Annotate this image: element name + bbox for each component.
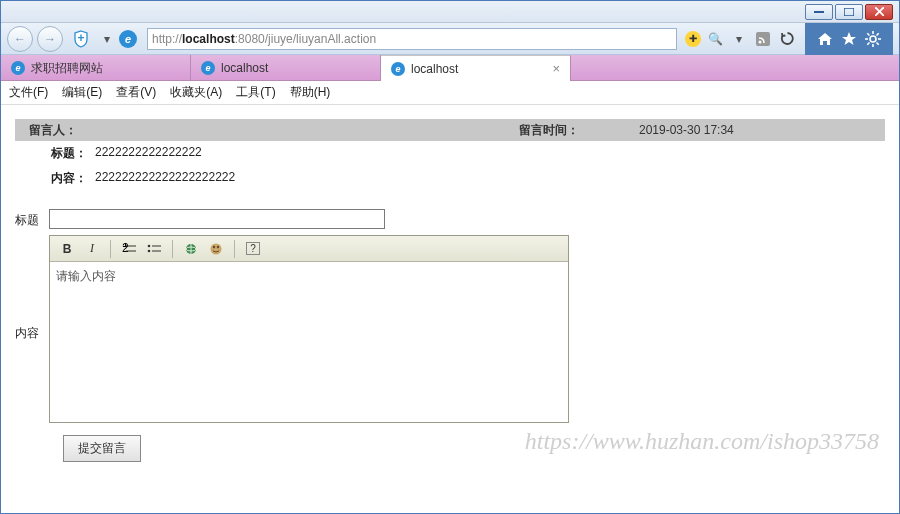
tab-0[interactable]: e求职招聘网站 bbox=[1, 55, 191, 81]
separator bbox=[110, 240, 111, 258]
address-bar[interactable]: http://localhost:8080/jiuye/liuyanAll.ac… bbox=[147, 28, 677, 50]
svg-point-6 bbox=[759, 40, 762, 43]
favorites-icon[interactable] bbox=[839, 29, 859, 49]
content-value: 222222222222222222222 bbox=[95, 170, 235, 187]
notification-icon[interactable]: ✚ bbox=[685, 31, 701, 47]
ie-favicon-icon: e bbox=[201, 61, 215, 75]
submit-button[interactable]: 提交留言 bbox=[63, 435, 141, 462]
ordered-list-button[interactable]: 12 bbox=[118, 239, 140, 259]
svg-point-29 bbox=[217, 245, 219, 247]
svg-point-21 bbox=[148, 249, 151, 252]
forward-button[interactable]: → bbox=[37, 26, 63, 52]
search-dropdown[interactable]: ▾ bbox=[729, 29, 749, 49]
menu-file[interactable]: 文件(F) bbox=[9, 84, 48, 101]
form-content-row: 内容 B I 12 ? 请输入内容 bbox=[15, 235, 885, 423]
feeds-icon[interactable] bbox=[753, 29, 773, 49]
title-row: 标题： 2222222222222222 bbox=[15, 141, 885, 166]
svg-line-14 bbox=[877, 33, 879, 35]
content-label: 内容： bbox=[15, 170, 95, 187]
page-content: 留言人： 留言时间： 2019-03-30 17:34 标题： 22222222… bbox=[1, 105, 899, 462]
ie-favicon-icon: e bbox=[391, 62, 405, 76]
url-prefix: http:// bbox=[152, 32, 182, 46]
author-label: 留言人： bbox=[15, 122, 505, 139]
window-titlebar bbox=[1, 1, 899, 23]
home-icon[interactable] bbox=[815, 29, 835, 49]
menu-tools[interactable]: 工具(T) bbox=[236, 84, 275, 101]
editor-body[interactable]: 请输入内容 bbox=[50, 262, 568, 422]
svg-point-20 bbox=[148, 244, 151, 247]
dropdown-toggle[interactable]: ▾ bbox=[97, 29, 117, 49]
menu-edit[interactable]: 编辑(E) bbox=[62, 84, 102, 101]
menu-favorites[interactable]: 收藏夹(A) bbox=[170, 84, 222, 101]
svg-point-27 bbox=[211, 243, 222, 254]
svg-line-13 bbox=[877, 42, 879, 44]
menu-view[interactable]: 查看(V) bbox=[116, 84, 156, 101]
title-value: 2222222222222222 bbox=[95, 145, 202, 162]
svg-line-15 bbox=[867, 42, 869, 44]
close-tab-icon[interactable]: × bbox=[552, 61, 560, 76]
browser-toolbar: ← → + ▾ e http://localhost:8080/jiuye/li… bbox=[1, 23, 899, 55]
back-button[interactable]: ← bbox=[7, 26, 33, 52]
settings-icon[interactable] bbox=[863, 29, 883, 49]
tab-label: 求职招聘网站 bbox=[31, 60, 103, 77]
time-label: 留言时间： bbox=[505, 122, 625, 139]
svg-point-28 bbox=[213, 245, 215, 247]
svg-text:+: + bbox=[77, 31, 84, 45]
italic-button[interactable]: I bbox=[81, 239, 103, 259]
search-icon[interactable]: 🔍 bbox=[705, 29, 725, 49]
form-title-row: 标题 bbox=[15, 209, 885, 229]
ie-logo-icon: e bbox=[119, 30, 137, 48]
editor-toolbar: B I 12 ? bbox=[50, 236, 568, 262]
message-header-row: 留言人： 留言时间： 2019-03-30 17:34 bbox=[15, 119, 885, 141]
svg-rect-0 bbox=[814, 11, 824, 13]
chrome-buttons bbox=[805, 23, 893, 55]
tab-2-active[interactable]: elocalhost× bbox=[381, 55, 571, 81]
title-input[interactable] bbox=[49, 209, 385, 229]
svg-point-7 bbox=[870, 36, 876, 42]
ie-favicon-icon: e bbox=[11, 61, 25, 75]
svg-rect-1 bbox=[844, 8, 854, 16]
unordered-list-button[interactable] bbox=[143, 239, 165, 259]
link-button[interactable] bbox=[180, 239, 202, 259]
form-title-label: 标题 bbox=[15, 209, 49, 229]
rich-editor: B I 12 ? 请输入内容 bbox=[49, 235, 569, 423]
form-content-label: 内容 bbox=[15, 235, 49, 342]
svg-text:2: 2 bbox=[122, 243, 129, 255]
minimize-button[interactable] bbox=[805, 4, 833, 20]
title-label: 标题： bbox=[15, 145, 95, 162]
tab-bar: e求职招聘网站 elocalhost elocalhost× bbox=[1, 55, 899, 81]
time-value: 2019-03-30 17:34 bbox=[625, 123, 748, 137]
close-button[interactable] bbox=[865, 4, 893, 20]
tab-1[interactable]: elocalhost bbox=[191, 55, 381, 81]
tab-label: localhost bbox=[221, 61, 268, 75]
menu-help[interactable]: 帮助(H) bbox=[290, 84, 331, 101]
maximize-button[interactable] bbox=[835, 4, 863, 20]
menu-bar: 文件(F) 编辑(E) 查看(V) 收藏夹(A) 工具(T) 帮助(H) bbox=[1, 81, 899, 105]
image-button[interactable] bbox=[205, 239, 227, 259]
refresh-button[interactable] bbox=[777, 29, 797, 49]
tab-label: localhost bbox=[411, 62, 458, 76]
separator bbox=[172, 240, 173, 258]
url-host: localhost bbox=[182, 32, 235, 46]
svg-line-12 bbox=[867, 33, 869, 35]
content-row: 内容： 222222222222222222222 bbox=[15, 166, 885, 191]
bold-button[interactable]: B bbox=[56, 239, 78, 259]
help-button[interactable]: ? bbox=[242, 239, 264, 259]
url-path: :8080/jiuye/liuyanAll.action bbox=[235, 32, 376, 46]
arrow-right-icon: → bbox=[44, 32, 56, 46]
separator bbox=[234, 240, 235, 258]
arrow-left-icon: ← bbox=[14, 32, 26, 46]
browser-window: ← → + ▾ e http://localhost:8080/jiuye/li… bbox=[0, 0, 900, 514]
security-shield-icon[interactable]: + bbox=[71, 29, 91, 49]
